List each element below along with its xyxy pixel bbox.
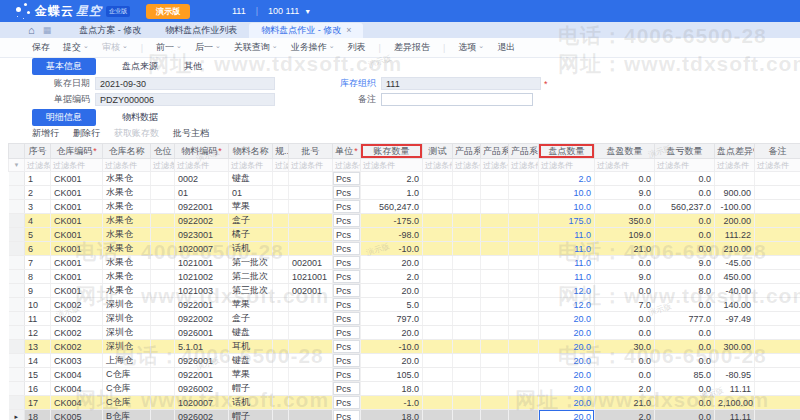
cell-diff_pct[interactable]: -45.00 [715,256,755,270]
biz-operation-button[interactable]: 业务操作⌄ [291,41,335,54]
cell-ps1[interactable] [453,214,481,228]
tab-counting-edit[interactable]: 物料盘点作业 - 修改× [249,23,363,38]
bill-no-input[interactable]: PDZY000006 [95,93,275,106]
cell-unit[interactable]: Pcs [333,214,361,228]
cell-wh_name[interactable]: 水果仓 [103,256,151,270]
cell-seq[interactable]: 5 [25,228,51,242]
cell-spec[interactable] [273,186,289,200]
cell-batch[interactable] [289,396,333,410]
cell-unit[interactable]: Pcs [333,284,361,298]
cell-ps1[interactable] [453,410,481,420]
col-wh_code[interactable]: 仓库编码* [51,144,103,159]
cell-mat_code[interactable]: 1021002 [175,270,229,284]
cell-mat_name[interactable]: 橘子 [229,228,273,242]
cell-spec[interactable] [273,396,289,410]
cell-wh_code[interactable]: CK005 [51,410,103,420]
cell-unit[interactable]: Pcs [333,242,361,256]
cell-ps1[interactable] [453,242,481,256]
cell-ps1[interactable] [453,354,481,368]
cell-wh_code[interactable]: CK003 [51,354,103,368]
cell-wh_code[interactable]: CK001 [51,256,103,270]
cell-pos[interactable] [151,298,175,312]
cell-ps3[interactable] [509,312,539,326]
cell-remark[interactable] [755,298,800,312]
cell-ps2[interactable] [481,368,509,382]
cell-mat_name[interactable]: 键盘 [229,172,273,186]
col-batch[interactable]: 批号 [289,144,333,159]
cell-diff_pct[interactable]: 11.11 [715,410,755,420]
cell-seq[interactable]: 6 [25,242,51,256]
cell-mat_code[interactable]: 1020007 [175,242,229,256]
cell-mat_name[interactable]: 01 [229,186,273,200]
cell-ps2[interactable] [481,382,509,396]
cell-diff_pct[interactable]: -100.00 [715,200,755,214]
cell-wh_code[interactable]: CK002 [51,326,103,340]
cell-test[interactable] [423,214,453,228]
cell-mat_code[interactable]: 0922002 [175,312,229,326]
cell-ps1[interactable] [453,270,481,284]
cell-count_qty[interactable]: 11.0 [539,256,595,270]
cell-pos[interactable] [151,172,175,186]
cell-wh_code[interactable]: CK001 [51,242,103,256]
cell-batch[interactable] [289,354,333,368]
cell-mat_code[interactable]: 0922001 [175,298,229,312]
cell-spec[interactable] [273,354,289,368]
cell-ps3[interactable] [509,228,539,242]
cell-count_qty[interactable]: 2.0 [539,172,595,186]
cell-wh_name[interactable]: 水果仓 [103,242,151,256]
cell-unit[interactable]: Pcs [333,354,361,368]
cell-mat_code[interactable]: 0002 [175,172,229,186]
exit-button[interactable]: 退出 [497,41,515,54]
cell-ps2[interactable] [481,340,509,354]
cell-remark[interactable] [755,214,800,228]
cell-pos[interactable] [151,340,175,354]
cell-batch[interactable] [289,410,333,420]
cell-wh_name[interactable]: C仓库 [103,396,151,410]
cell-ps1[interactable] [453,186,481,200]
col-acct_qty[interactable]: 账存数量 [361,144,423,159]
cell-batch[interactable] [289,214,333,228]
form-tab-1[interactable]: 盘点来源 [122,60,158,73]
cell-diff_pct[interactable]: 200.00 [715,214,755,228]
cell-test[interactable] [423,382,453,396]
cell-wh_name[interactable]: 深圳仓 [103,312,151,326]
detail-tab-0[interactable]: 明细信息 [32,109,96,126]
cell-pos[interactable] [151,242,175,256]
cell-batch[interactable] [289,368,333,382]
cell-loss_qty[interactable]: 0.0 [655,340,715,354]
cell-gain_qty[interactable]: 109.0 [595,228,655,242]
cell-diff_pct[interactable]: 140.00 [715,298,755,312]
cell-mat_name[interactable]: 第二批次 [229,270,273,284]
cell-test[interactable] [423,256,453,270]
cell-ps2[interactable] [481,284,509,298]
cell-spec[interactable] [273,382,289,396]
cell-pos[interactable] [151,396,175,410]
cell-mat_code[interactable]: 0922001 [175,368,229,382]
form-tab-0[interactable]: 基本信息 [32,58,96,75]
cell-unit[interactable]: Pcs [333,368,361,382]
cell-ps1[interactable] [453,228,481,242]
cell-remark[interactable] [755,256,800,270]
cell-batch[interactable] [289,340,333,354]
cell-unit[interactable]: Pcs [333,312,361,326]
cell-test[interactable] [423,228,453,242]
cell-batch[interactable] [289,242,333,256]
book-date-input[interactable]: 2021-09-30 [95,77,275,90]
cell-test[interactable] [423,284,453,298]
cell-spec[interactable] [273,256,289,270]
cell-seq[interactable]: 4 [25,214,51,228]
filter-pos[interactable]: 过滤条件 [151,159,175,172]
save-button[interactable]: 保存 [32,41,50,54]
col-count_qty[interactable]: 盘点数量 [539,144,595,159]
cell-unit[interactable]: Pcs [333,200,361,214]
cell-diff_pct[interactable] [715,354,755,368]
cell-wh_code[interactable]: CK002 [51,298,103,312]
cell-gain_qty[interactable]: 30.0 [595,340,655,354]
cell-mat_code[interactable]: 0926002 [175,410,229,420]
cell-seq[interactable]: 13 [25,340,51,354]
cell-count_qty[interactable]: 20.0 [539,396,595,410]
cell-unit[interactable]: Pcs [333,410,361,420]
cell-loss_qty[interactable]: 0.0 [655,214,715,228]
cell-seq[interactable]: 10 [25,298,51,312]
cell-gain_qty[interactable]: 9.0 [595,186,655,200]
